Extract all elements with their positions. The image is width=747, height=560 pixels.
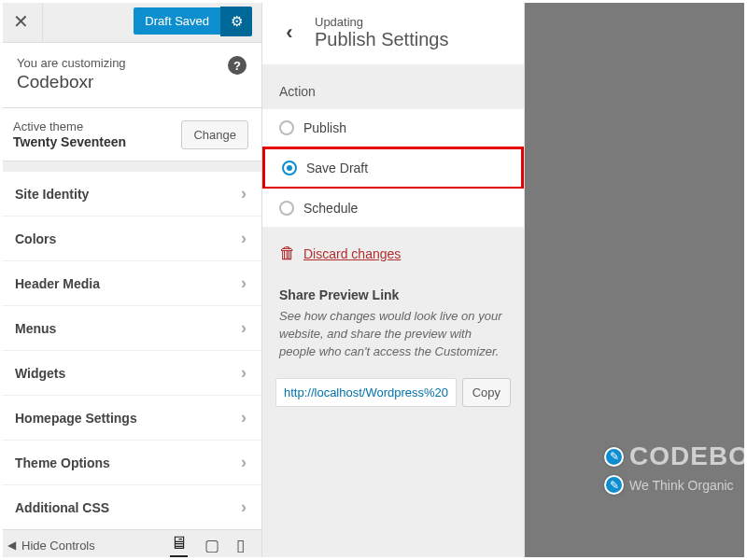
hide-controls-button[interactable]: ◀ Hide Controls: [7, 539, 95, 553]
site-title: Codeboxr: [17, 72, 245, 92]
nav-theme-options[interactable]: Theme Options›: [0, 440, 261, 485]
discard-changes-link[interactable]: Discard changes: [303, 246, 401, 261]
customizer-sidebar: ✕ Draft Saved ⚙ You are customizing Code…: [0, 0, 262, 560]
close-button[interactable]: ✕: [0, 0, 43, 43]
panel-supertitle: Updating: [315, 15, 448, 29]
panel-header: ‹ Updating Publish Settings: [262, 0, 524, 65]
radio-schedule-label: Schedule: [303, 201, 358, 216]
action-section-label: Action: [262, 65, 524, 108]
hide-controls-label: Hide Controls: [21, 539, 95, 553]
chevron-right-icon: ›: [241, 229, 247, 248]
publish-settings-panel: ‹ Updating Publish Settings Action Publi…: [262, 0, 525, 560]
radio-save-draft-label: Save Draft: [306, 161, 368, 175]
save-status: Draft Saved ⚙: [134, 7, 261, 36]
nav-menus[interactable]: Menus›: [0, 305, 261, 351]
back-button[interactable]: ‹: [275, 19, 303, 47]
desktop-icon[interactable]: 🖥: [170, 533, 188, 557]
radio-publish-label: Publish: [303, 120, 346, 135]
chevron-right-icon: ›: [241, 408, 247, 427]
panel-title: Publish Settings: [315, 29, 448, 50]
sidebar-header: ✕ Draft Saved ⚙: [0, 0, 261, 43]
share-url-input[interactable]: [275, 378, 457, 407]
radio-icon: [282, 161, 297, 175]
change-theme-button[interactable]: Change: [181, 120, 248, 149]
nav-colors[interactable]: Colors›: [0, 216, 261, 261]
radio-schedule[interactable]: Schedule: [262, 189, 524, 228]
triangle-left-icon: ◀: [7, 539, 16, 552]
radio-icon: [279, 120, 294, 135]
brand-text: CODEBO: [629, 441, 747, 471]
discard-changes-row: 🗑 Discard changes: [262, 227, 524, 280]
active-theme-name: Twenty Seventeen: [13, 134, 126, 149]
radio-icon: [279, 201, 294, 216]
gear-icon[interactable]: ⚙: [220, 7, 252, 36]
customizing-block: You are customizing Codeboxr ?: [0, 43, 261, 108]
chevron-right-icon: ›: [241, 453, 247, 472]
chevron-right-icon: ›: [241, 273, 247, 293]
active-theme-label: Active theme: [13, 119, 126, 133]
share-preview-heading: Share Preview Link: [279, 287, 507, 302]
edit-shortcut-icon[interactable]: ✎: [604, 475, 624, 495]
chevron-right-icon: ›: [241, 318, 247, 338]
radio-save-draft[interactable]: Save Draft: [262, 147, 524, 189]
chevron-right-icon: ›: [241, 184, 247, 203]
mobile-icon[interactable]: ▯: [236, 536, 245, 555]
tablet-icon[interactable]: ▢: [204, 536, 219, 555]
device-preview-toggle: 🖥 ▢ ▯: [170, 533, 254, 557]
nav-widgets[interactable]: Widgets›: [0, 350, 261, 396]
brand-block: ✎ CODEBO ✎ We Think Organic: [604, 441, 747, 495]
trash-icon: 🗑: [279, 244, 296, 263]
chevron-right-icon: ›: [241, 497, 247, 517]
share-preview-block: Share Preview Link See how changes would…: [262, 280, 524, 378]
share-preview-description: See how changes would look live on your …: [279, 308, 507, 361]
radio-publish[interactable]: Publish: [262, 108, 524, 147]
nav-header-media[interactable]: Header Media›: [0, 260, 261, 306]
copy-button[interactable]: Copy: [462, 378, 511, 407]
active-theme-row: Active theme Twenty Seventeen Change: [0, 108, 261, 161]
draft-saved-label: Draft Saved: [134, 7, 220, 35]
nav-list: Site Identity› Colors› Header Media› Men…: [0, 171, 261, 529]
chevron-right-icon: ›: [241, 363, 247, 383]
nav-additional-css[interactable]: Additional CSS›: [0, 484, 261, 530]
sidebar-footer: ◀ Hide Controls 🖥 ▢ ▯: [0, 529, 261, 560]
help-icon[interactable]: ?: [228, 56, 247, 75]
share-url-row: Copy: [262, 378, 524, 422]
nav-homepage-settings[interactable]: Homepage Settings›: [0, 395, 261, 441]
nav-site-identity[interactable]: Site Identity›: [0, 171, 261, 217]
brand-tagline: We Think Organic: [629, 478, 734, 493]
edit-shortcut-icon[interactable]: ✎: [604, 447, 624, 467]
customizing-sublabel: You are customizing: [17, 56, 245, 70]
